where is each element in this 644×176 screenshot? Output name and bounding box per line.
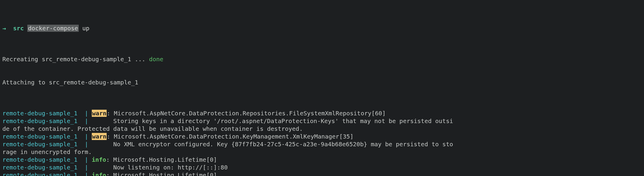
- log-line: remote-debug-sample_1 | Now listening on…: [2, 164, 642, 171]
- output-recreating: Recreating src_remote-debug-sample_1 ...…: [2, 55, 642, 63]
- output-attaching: Attaching to src_remote-debug-sample_1: [2, 78, 642, 86]
- log-message: Microsoft.Hosting.Lifetime[0]: [113, 156, 217, 163]
- service-name: remote-debug-sample_1: [2, 117, 78, 125]
- log-line: remote-debug-sample_1 | info: Microsoft.…: [2, 171, 642, 176]
- column-separator: |: [85, 133, 88, 140]
- log-level-info: info: [92, 172, 106, 176]
- log-message: Now listening on: http://[::]:80: [113, 164, 228, 171]
- log-line-wrap: de of the container. Protected data will…: [2, 125, 642, 133]
- log-line: remote-debug-sample_1 | info: Microsoft.…: [2, 156, 642, 164]
- service-name: remote-debug-sample_1: [2, 110, 78, 117]
- column-separator: |: [85, 164, 88, 171]
- log-message: Microsoft.AspNetCore.DataProtection.KeyM…: [114, 133, 353, 140]
- prompt-arrow-icon: →: [2, 25, 6, 32]
- column-separator: |: [85, 172, 88, 176]
- prompt-line: → src docker-compose up: [2, 24, 642, 32]
- service-name: remote-debug-sample_1: [2, 164, 78, 171]
- log-line-wrap: rage in unencrypted form.: [2, 148, 642, 156]
- log-line: remote-debug-sample_1 | Storing keys in …: [2, 117, 642, 125]
- column-separator: |: [85, 141, 88, 148]
- terminal-output[interactable]: → src docker-compose up Recreating src_r…: [0, 0, 644, 176]
- log-line: remote-debug-sample_1 | warn: Microsoft.…: [2, 109, 642, 117]
- log-message: Microsoft.AspNetCore.DataProtection.Repo…: [114, 110, 386, 117]
- log-line: remote-debug-sample_1 | No XML encryptor…: [2, 140, 642, 148]
- status-done: done: [149, 56, 163, 63]
- service-name: remote-debug-sample_1: [2, 141, 78, 148]
- log-level-warn: warn: [92, 110, 107, 117]
- log-level-warn: warn: [92, 133, 107, 140]
- service-name: remote-debug-sample_1: [2, 156, 78, 163]
- column-separator: |: [85, 117, 88, 125]
- command-highlight: docker-compose: [27, 25, 79, 32]
- log-level-info: info: [92, 156, 106, 163]
- log-message: Microsoft.Hosting.Lifetime[0]: [113, 172, 217, 176]
- service-name: remote-debug-sample_1: [2, 172, 78, 176]
- log-message: Storing keys in a directory '/root/.aspn…: [113, 117, 453, 125]
- log-message: No XML encryptor configured. Key {87f7fb…: [113, 141, 453, 148]
- command-rest: up: [79, 25, 89, 32]
- service-name: remote-debug-sample_1: [2, 133, 78, 140]
- log-line: remote-debug-sample_1 | warn: Microsoft.…: [2, 133, 642, 140]
- log-body: remote-debug-sample_1 | warn: Microsoft.…: [2, 109, 642, 176]
- column-separator: |: [85, 156, 88, 163]
- recreating-text: Recreating src_remote-debug-sample_1 ...: [2, 56, 149, 63]
- column-separator: |: [85, 110, 88, 117]
- prompt-cwd: src: [13, 25, 24, 32]
